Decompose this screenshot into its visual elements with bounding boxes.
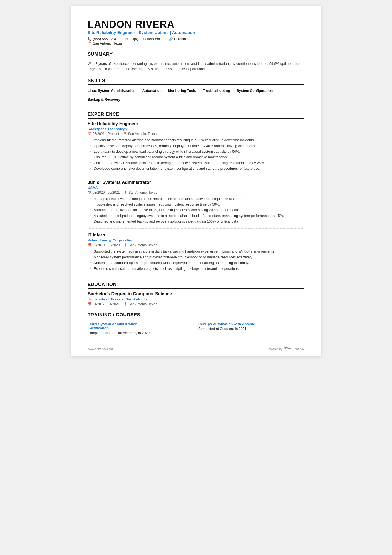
bullet-3-4: Executed small-scale automation projects… bbox=[90, 266, 304, 272]
link-icon: 🔗 bbox=[169, 37, 173, 41]
job-title-1: Site Reliability Engineer bbox=[88, 121, 304, 126]
contact-row: 📞 (555) 555-1234 ✉ help@enhancv.com 🔗 li… bbox=[88, 37, 304, 41]
location-contact: 📍 San Antonio, Texas bbox=[88, 41, 123, 45]
company-name-1: Rackspace Technology bbox=[88, 127, 304, 131]
job-location-text-2: San Antonio, Texas bbox=[128, 191, 157, 194]
phone-icon: 📞 bbox=[88, 37, 92, 41]
enhancv-brand-name: Enhancv bbox=[292, 347, 304, 351]
linkedin-contact[interactable]: 🔗 linkedin.com bbox=[169, 37, 193, 41]
job-location-text-3: San Antonio, Texas bbox=[128, 243, 157, 247]
job-meta-1: 📅 06/2021 - Present 📍 San Antonio, Texas bbox=[88, 132, 304, 136]
training-grid: Linux System AdministrationCertification… bbox=[88, 322, 304, 335]
job-date-3: 📅 06/2019 - 02/2020 bbox=[88, 243, 120, 247]
bullet-2-4: Assisted in the migration of legacy syst… bbox=[90, 213, 304, 219]
skill-troubleshooting: Troubleshooting bbox=[203, 88, 233, 94]
job-location-2: 📍 San Antonio, Texas bbox=[123, 191, 157, 194]
job-block-2: Junior Systems Administrator USAA 📅 03/2… bbox=[88, 180, 304, 229]
skills-list: Linux System Administration Automation M… bbox=[88, 88, 304, 105]
email-contact: ✉ help@enhancv.com bbox=[125, 37, 160, 41]
location-icon-1: 📍 bbox=[123, 132, 127, 136]
training-section: TRAINING / COURSES Linux System Administ… bbox=[88, 312, 304, 335]
email-value: help@enhancv.com bbox=[129, 37, 160, 41]
job-title-2: Junior Systems Administrator bbox=[88, 180, 304, 185]
job-location-3: 📍 San Antonio, Texas bbox=[123, 243, 157, 247]
calendar-icon-1: 📅 bbox=[88, 132, 92, 136]
job-date-1: 📅 06/2021 - Present bbox=[88, 132, 119, 136]
location-row: 📍 San Antonio, Texas bbox=[88, 41, 304, 45]
email-icon: ✉ bbox=[125, 37, 128, 41]
edu-meta: 📅 01/2017 - 01/2021 📍 San Antonio, Texas bbox=[88, 302, 304, 306]
job-bullets-2: Managed Linux system configurations and … bbox=[88, 196, 304, 225]
bullet-2-2: Troubleshot and resolved system issues, … bbox=[90, 202, 304, 207]
bullet-1-4: Ensured 99.9% uptime by conducting regul… bbox=[90, 155, 304, 160]
edu-location-text: San Antonio, Texas bbox=[128, 302, 157, 306]
candidate-name: LANDON RIVERA bbox=[88, 19, 304, 30]
calendar-icon-edu: 📅 bbox=[88, 302, 92, 306]
bullet-1-2: Optimized system deployment processes, r… bbox=[90, 144, 304, 149]
training-item-1: Linux System AdministrationCertification… bbox=[88, 322, 194, 335]
linkedin-value: linkedin.com bbox=[174, 37, 193, 41]
job-bullets-1: Implemented automated alerting and monit… bbox=[88, 138, 304, 171]
training-title-1: Linux System AdministrationCertification bbox=[88, 322, 194, 330]
bullet-2-1: Managed Linux system configurations and … bbox=[90, 196, 304, 202]
job-date-text-2: 03/2020 - 05/2021 bbox=[93, 191, 120, 194]
summary-title: SUMMARY bbox=[88, 51, 304, 58]
summary-section: SUMMARY With 3 years of experience in en… bbox=[88, 51, 304, 72]
bullet-1-1: Implemented automated alerting and monit… bbox=[90, 138, 304, 143]
education-title: EDUCATION bbox=[88, 282, 304, 289]
job-date-2: 📅 03/2020 - 05/2021 bbox=[88, 191, 120, 194]
skills-section: SKILLS Linux System Administration Autom… bbox=[88, 78, 304, 105]
edu-school: University of Texas at San Antonio bbox=[88, 297, 304, 301]
enhancv-branding: Powered by Enhancv bbox=[266, 346, 304, 351]
job-meta-3: 📅 06/2019 - 02/2020 📍 San Antonio, Texas bbox=[88, 243, 304, 247]
training-detail-1: Completed at Red Hat Academy in 2020 bbox=[88, 331, 194, 335]
experience-section: EXPERIENCE Site Reliability Engineer Rac… bbox=[88, 112, 304, 276]
skill-automation: Automation bbox=[142, 88, 164, 94]
page-footer: www.enhancv.com Powered by Enhancv bbox=[88, 346, 304, 351]
bullet-1-3: Led a team to develop a new load balanci… bbox=[90, 149, 304, 154]
skill-backup: Backup & Recovery bbox=[88, 97, 123, 103]
edu-date-text: 01/2017 - 01/2021 bbox=[93, 302, 120, 306]
job-date-text-1: 06/2021 - Present bbox=[93, 132, 119, 136]
calendar-icon-3: 📅 bbox=[88, 243, 92, 247]
company-name-3: Valero Energy Corporation bbox=[88, 238, 304, 242]
bullet-2-3: Automated repetitive administrative task… bbox=[90, 208, 304, 213]
job-title-3: IT Intern bbox=[88, 233, 304, 238]
job-bullets-3: Supported the system administrators in d… bbox=[88, 249, 304, 272]
training-item-2: DevOps Automation with Ansible Completed… bbox=[198, 322, 304, 335]
location-icon-3: 📍 bbox=[123, 243, 128, 247]
job-block-1: Site Reliability Engineer Rackspace Tech… bbox=[88, 121, 304, 176]
edu-degree: Bachelor's Degree in Computer Science bbox=[88, 292, 304, 297]
summary-text: With 3 years of experience in ensuring s… bbox=[88, 61, 304, 72]
bullet-3-2: Monitored system performance and provide… bbox=[90, 255, 304, 260]
company-name-2: USAA bbox=[88, 186, 304, 190]
bullet-1-6: Developed comprehensive documentation fo… bbox=[90, 166, 304, 171]
edu-date: 📅 01/2017 - 01/2021 bbox=[88, 302, 120, 306]
skills-title: SKILLS bbox=[88, 78, 304, 85]
calendar-icon-2: 📅 bbox=[88, 191, 92, 194]
training-detail-2: Completed at Coursera in 2021 bbox=[198, 327, 304, 331]
bullet-3-1: Supported the system administrators in d… bbox=[90, 249, 304, 254]
job-date-text-3: 06/2019 - 02/2020 bbox=[93, 243, 120, 247]
resume-page: LANDON RIVERA Site Reliability Engineer … bbox=[71, 6, 321, 356]
candidate-title: Site Reliability Engineer | System Uptim… bbox=[88, 30, 304, 35]
location-icon: 📍 bbox=[88, 41, 92, 45]
job-location-text-1: San Antonio, Texas bbox=[128, 132, 157, 136]
experience-title: EXPERIENCE bbox=[88, 112, 304, 119]
phone-contact: 📞 (555) 555-1234 bbox=[88, 37, 116, 41]
header: LANDON RIVERA Site Reliability Engineer … bbox=[88, 19, 304, 45]
edu-location: 📍 San Antonio, Texas bbox=[123, 302, 157, 306]
skill-linux: Linux System Administration bbox=[88, 88, 138, 94]
bullet-2-5: Designed and implemented backup and reco… bbox=[90, 219, 304, 224]
powered-by-text: Powered by bbox=[266, 347, 282, 351]
skill-monitoring: Monitoring Tools bbox=[168, 88, 199, 94]
skill-sysconfig: System Configuration bbox=[237, 88, 276, 94]
education-section: EDUCATION Bachelor's Degree in Computer … bbox=[88, 282, 304, 306]
training-title: TRAINING / COURSES bbox=[88, 312, 304, 319]
location-value: San Antonio, Texas bbox=[93, 41, 123, 45]
location-icon-edu: 📍 bbox=[123, 302, 128, 306]
enhancv-logo-symbol bbox=[284, 346, 291, 351]
phone-value: (555) 555-1234 bbox=[93, 37, 116, 41]
job-meta-2: 📅 03/2020 - 05/2021 📍 San Antonio, Texas bbox=[88, 191, 304, 194]
job-location-1: 📍 San Antonio, Texas bbox=[123, 132, 157, 136]
